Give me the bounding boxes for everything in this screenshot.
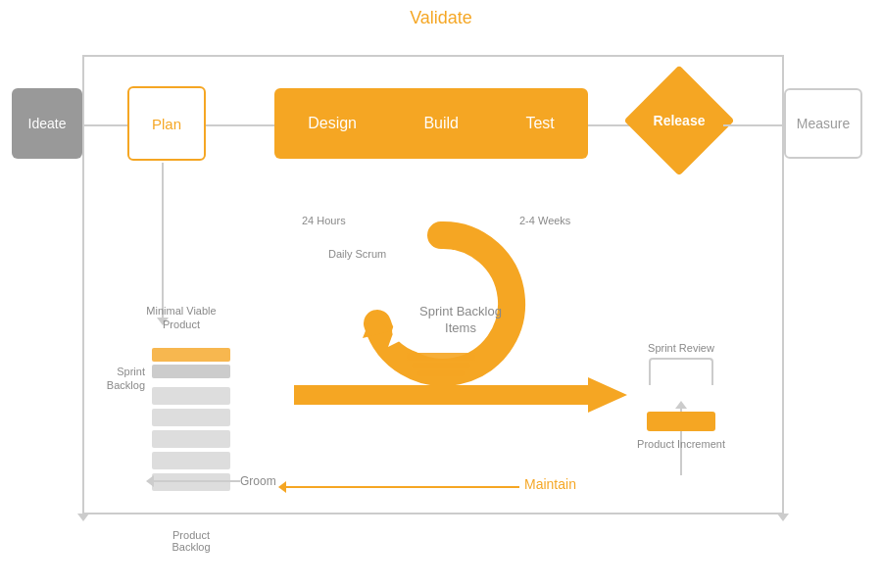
line-plan-dbt [206,124,274,126]
dbt-box: Design Build Test [274,88,588,159]
sprint-backlog-stack [152,348,230,381]
svg-marker-5 [294,377,627,413]
stack-item-orange [152,348,230,362]
big-arrow-svg [294,377,627,413]
mvp-label: Minimal Viable Product [142,304,220,332]
ideate-box: Ideate [12,88,82,159]
groom-label: Groom [240,474,276,488]
test-label: Test [525,115,554,132]
measure-label: Measure [797,116,850,131]
top-loop-line [82,55,784,57]
backlog-item-5 [152,473,230,491]
arrow-plan-down [162,163,164,319]
backlog-item-2 [152,409,230,426]
line-release-measure [723,124,784,126]
bottom-loop-line [82,513,784,514]
backlog-item-3 [152,430,230,448]
backlog-item-4 [152,452,230,469]
release-label: Release [635,76,723,165]
sprint-review-label: Sprint Review [637,341,725,355]
maintain-label: Maintain [524,476,576,492]
release-diamond: Release [635,76,723,165]
sprint-review-brace [649,358,713,385]
product-backlog-label: Product Backlog [152,529,230,553]
product-increment-bar [647,412,715,431]
stack-item-gray-1 [152,365,230,378]
maintain-line [284,486,519,488]
plan-label: Plan [152,116,181,132]
svg-rect-2 [407,353,475,361]
design-label: Design [308,115,357,132]
big-orange-arrow [294,377,627,413]
validate-label: Validate [0,8,882,28]
hours-label: 24 Hours [302,214,346,227]
ideate-label: Ideate [28,116,67,131]
svg-rect-4 [416,370,466,376]
sprint-backlog-items-label: Sprint Backlog Items [412,304,510,337]
product-backlog-list [152,387,230,495]
build-label: Build [423,115,459,132]
svg-rect-3 [412,363,470,368]
sprint-backlog-label: SprintBacklog [86,365,145,393]
plan-box: Plan [127,86,206,161]
groom-arrow [152,480,240,482]
diagram-container: Validate Ideate Plan Design Build Test R… [0,0,882,588]
line-ideate-plan [82,124,127,126]
backlog-item-1 [152,387,230,405]
product-increment-label: Product Increment [637,437,725,451]
measure-box: Measure [784,88,862,159]
